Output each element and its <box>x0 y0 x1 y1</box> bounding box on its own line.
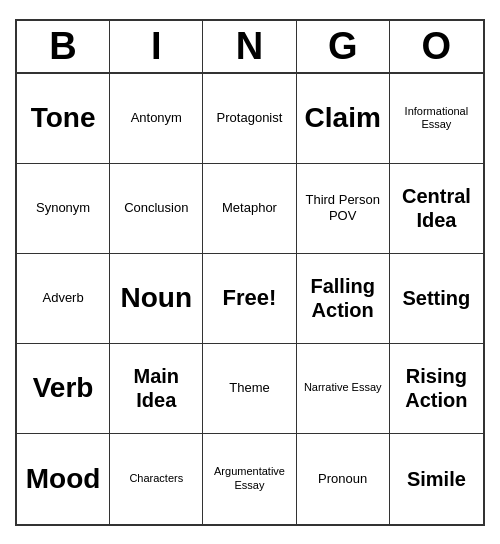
bingo-card: BINGO ToneAntonymProtagonistClaimInforma… <box>15 19 485 526</box>
bingo-cell-6: Conclusion <box>110 164 203 254</box>
bingo-cell-22: Argumentative Essay <box>203 434 296 524</box>
bingo-cell-15: Verb <box>17 344 110 434</box>
header-letter-O: O <box>390 21 483 72</box>
bingo-cell-20: Mood <box>17 434 110 524</box>
bingo-cell-24: Simile <box>390 434 483 524</box>
bingo-cell-12: Free! <box>203 254 296 344</box>
header-letter-G: G <box>297 21 390 72</box>
header-letter-I: I <box>110 21 203 72</box>
bingo-cell-1: Antonym <box>110 74 203 164</box>
bingo-cell-5: Synonym <box>17 164 110 254</box>
bingo-grid: ToneAntonymProtagonistClaimInformational… <box>17 74 483 524</box>
bingo-cell-4: Informational Essay <box>390 74 483 164</box>
bingo-cell-0: Tone <box>17 74 110 164</box>
bingo-cell-19: Rising Action <box>390 344 483 434</box>
bingo-cell-3: Claim <box>297 74 390 164</box>
bingo-cell-17: Theme <box>203 344 296 434</box>
bingo-cell-21: Characters <box>110 434 203 524</box>
bingo-cell-10: Adverb <box>17 254 110 344</box>
bingo-header: BINGO <box>17 21 483 74</box>
bingo-cell-14: Setting <box>390 254 483 344</box>
bingo-cell-2: Protagonist <box>203 74 296 164</box>
header-letter-N: N <box>203 21 296 72</box>
bingo-cell-11: Noun <box>110 254 203 344</box>
bingo-cell-8: Third Person POV <box>297 164 390 254</box>
bingo-cell-23: Pronoun <box>297 434 390 524</box>
bingo-cell-16: Main Idea <box>110 344 203 434</box>
bingo-cell-9: Central Idea <box>390 164 483 254</box>
bingo-cell-7: Metaphor <box>203 164 296 254</box>
header-letter-B: B <box>17 21 110 72</box>
bingo-cell-13: Falling Action <box>297 254 390 344</box>
bingo-cell-18: Narrative Essay <box>297 344 390 434</box>
